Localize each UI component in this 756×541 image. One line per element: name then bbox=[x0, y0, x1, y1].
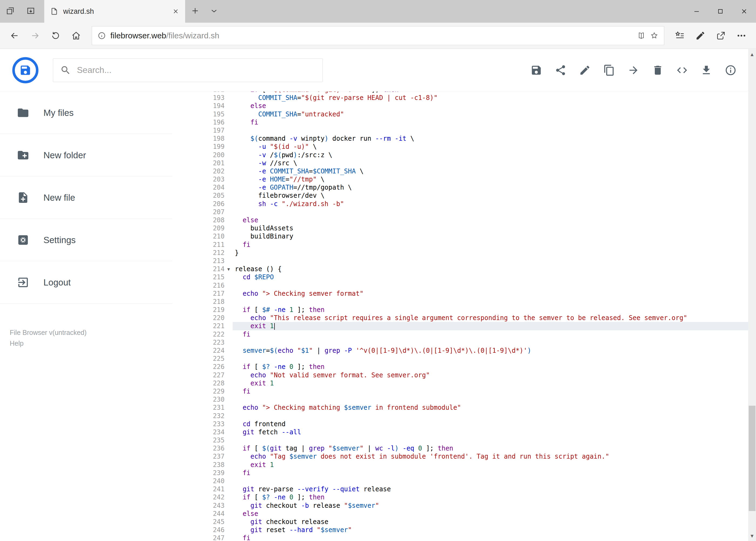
code-line-text[interactable] bbox=[233, 338, 748, 346]
code-line-text[interactable]: if [ "$(command -v git)" != "" ]; then bbox=[233, 92, 748, 94]
scroll-up-arrow[interactable]: ▲ bbox=[748, 49, 756, 59]
rename-button[interactable] bbox=[579, 64, 591, 76]
code-line[interactable]: 199 -u "$(id -u)" \ bbox=[194, 143, 748, 151]
code-line-text[interactable]: buildBinary bbox=[233, 232, 748, 241]
raw-code-button[interactable] bbox=[676, 64, 688, 76]
code-line-text[interactable]: if [ $# -ne 1 ]; then bbox=[233, 306, 748, 314]
code-line-text[interactable] bbox=[233, 355, 748, 363]
code-editor[interactable]: 192 if [ "$(command -v git)" != "" ]; th… bbox=[194, 92, 748, 541]
help-link[interactable]: Help bbox=[10, 338, 87, 349]
code-line-text[interactable] bbox=[233, 281, 748, 289]
scrollbar-thumb[interactable] bbox=[749, 406, 755, 511]
code-line[interactable]: 245 git checkout release bbox=[194, 518, 748, 526]
delete-button[interactable] bbox=[651, 64, 664, 76]
code-line-text[interactable]: fi bbox=[233, 330, 748, 338]
code-line[interactable]: 206 sh -c "./wizard.sh -b" bbox=[194, 200, 748, 208]
info-button[interactable] bbox=[724, 64, 737, 76]
code-line[interactable]: 238 exit 1 bbox=[194, 461, 748, 469]
code-line-text[interactable]: } bbox=[233, 249, 748, 257]
code-line[interactable]: 239 fi bbox=[194, 469, 748, 477]
code-line[interactable]: 224 semver=$(echo "$1" | grep -P '^v(0|[… bbox=[194, 346, 748, 355]
code-line[interactable]: 222 fi bbox=[194, 330, 748, 338]
refresh-button[interactable] bbox=[45, 25, 66, 46]
code-line[interactable]: 234 git fetch --all bbox=[194, 428, 748, 436]
code-line-text[interactable]: fi bbox=[233, 118, 748, 126]
code-line[interactable]: 247 fi bbox=[194, 534, 748, 541]
code-line[interactable]: 243 git checkout -b release "$semver" bbox=[194, 502, 748, 510]
back-button[interactable] bbox=[4, 25, 25, 46]
code-line-text[interactable]: -e COMMIT_SHA=$COMMIT_SHA \ bbox=[233, 167, 748, 175]
code-line[interactable]: 242 if [ $? -ne 0 ]; then bbox=[194, 493, 748, 501]
code-line[interactable]: 235 bbox=[194, 436, 748, 444]
code-line-text[interactable]: else bbox=[233, 216, 748, 224]
code-line-text[interactable]: $(command -v winpty) docker run --rm -it… bbox=[233, 135, 748, 143]
code-line-text[interactable]: if [ $? -ne 0 ]; then bbox=[233, 363, 748, 371]
code-line-text[interactable]: git checkout -b release "$semver" bbox=[233, 502, 748, 510]
sidebar-item-new-folder[interactable]: New folder bbox=[0, 134, 194, 176]
code-line[interactable]: 229 fi bbox=[194, 387, 748, 395]
code-line[interactable]: 196 fi bbox=[194, 118, 748, 126]
site-info-icon[interactable] bbox=[98, 31, 106, 40]
save-button[interactable] bbox=[530, 64, 543, 76]
code-line-text[interactable]: fi bbox=[233, 469, 748, 477]
code-line[interactable]: 193 COMMIT_SHA="$(git rev-parse HEAD | c… bbox=[194, 94, 748, 102]
code-line-text[interactable]: echo "> Checking matching $semver in fro… bbox=[233, 403, 748, 412]
code-line-text[interactable]: COMMIT_SHA="untracked" bbox=[233, 110, 748, 118]
code-line-text[interactable] bbox=[233, 436, 748, 444]
code-line-text[interactable]: git rev-parse --verify --quiet release bbox=[233, 485, 748, 493]
code-line-text[interactable] bbox=[233, 395, 748, 403]
code-line-text[interactable]: exit 1 bbox=[233, 461, 748, 469]
code-line-text[interactable] bbox=[233, 297, 748, 306]
scroll-down-arrow[interactable]: ▼ bbox=[748, 531, 756, 541]
code-line[interactable]: 209 buildAssets bbox=[194, 224, 748, 232]
code-line-text[interactable]: release () { bbox=[233, 265, 748, 273]
tab-wizard-sh[interactable]: wizard.sh bbox=[44, 0, 185, 23]
code-line-text[interactable]: fi bbox=[233, 534, 748, 541]
maximize-button[interactable] bbox=[708, 0, 732, 23]
forward-button[interactable] bbox=[25, 25, 45, 46]
code-line-text[interactable]: echo "> Checking semver format" bbox=[233, 289, 748, 297]
sidebar-item-new-file[interactable]: New file bbox=[0, 176, 194, 219]
sidebar-item-logout[interactable]: Logout bbox=[0, 261, 194, 303]
code-line[interactable]: 230 bbox=[194, 395, 748, 403]
code-line-text[interactable]: echo "This release script requires a sin… bbox=[233, 314, 748, 322]
code-line[interactable]: 225 bbox=[194, 355, 748, 363]
code-line-text[interactable]: cd $REPO bbox=[233, 273, 748, 281]
code-line[interactable]: 210 buildBinary bbox=[194, 232, 748, 241]
code-line[interactable]: 231 echo "> Checking matching $semver in… bbox=[194, 403, 748, 412]
code-line-text[interactable]: -v /$(pwd):/src:z \ bbox=[233, 151, 748, 159]
code-line[interactable]: 214▾release () { bbox=[194, 265, 748, 273]
home-button[interactable] bbox=[66, 25, 86, 46]
code-line-text[interactable] bbox=[233, 257, 748, 265]
code-line-text[interactable]: -u "$(id -u)" \ bbox=[233, 143, 748, 151]
address-bar[interactable]: filebrowser.web/files/wizard.sh bbox=[92, 26, 664, 45]
tabs-aside-button[interactable] bbox=[0, 0, 21, 23]
share-button[interactable] bbox=[554, 64, 567, 76]
code-line[interactable]: 194 else bbox=[194, 102, 748, 110]
code-line-text[interactable]: git fetch --all bbox=[233, 428, 748, 436]
download-button[interactable] bbox=[700, 64, 712, 76]
code-line[interactable]: 240 bbox=[194, 477, 748, 485]
code-line[interactable]: 205 filebrowser/dev \ bbox=[194, 192, 748, 200]
code-line[interactable]: 216 bbox=[194, 281, 748, 289]
tab-close-icon[interactable] bbox=[172, 8, 179, 15]
new-tab-button[interactable] bbox=[185, 0, 205, 23]
code-line-text[interactable]: if [ $(git tag | grep "$semver" | wc -l)… bbox=[233, 444, 748, 452]
code-line-text[interactable]: -e HOME="//tmp" \ bbox=[233, 175, 748, 184]
code-line-text[interactable]: else bbox=[233, 510, 748, 518]
code-line-text[interactable]: fi bbox=[233, 241, 748, 249]
set-tabs-aside-button[interactable] bbox=[21, 0, 41, 23]
code-line-text[interactable]: else bbox=[233, 102, 748, 110]
code-line[interactable]: 241 git rev-parse --verify --quiet relea… bbox=[194, 485, 748, 493]
code-line-text[interactable]: git reset --hard "$semver" bbox=[233, 526, 748, 534]
minimize-button[interactable] bbox=[685, 0, 708, 23]
code-line[interactable]: 232 bbox=[194, 412, 748, 420]
hub-favorites-button[interactable] bbox=[670, 25, 690, 46]
code-line[interactable]: 223 bbox=[194, 338, 748, 346]
code-line[interactable]: 201 -w //src \ bbox=[194, 159, 748, 167]
code-line[interactable]: 221 exit 1 bbox=[194, 322, 748, 330]
code-line[interactable]: 213 bbox=[194, 257, 748, 265]
code-line[interactable]: 236 if [ $(git tag | grep "$semver" | wc… bbox=[194, 444, 748, 452]
code-line[interactable]: 244 else bbox=[194, 510, 748, 518]
code-line-text[interactable]: COMMIT_SHA="$(git rev-parse HEAD | cut -… bbox=[233, 94, 748, 102]
